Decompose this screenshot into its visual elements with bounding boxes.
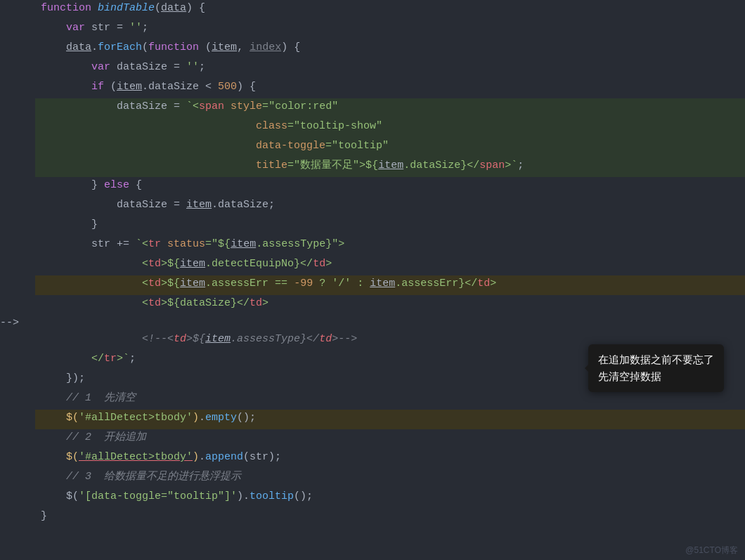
line-content-21: $('#allDetect>tbody').empty(); [35,410,745,429]
line-number-7 [0,118,35,138]
line-content-7: class="tooltip-show" [35,118,745,138]
code-line-10: } else { [0,177,745,197]
line-content-9: title="数据量不足">${item.dataSize}</span>`; [35,157,745,177]
line-content-3: data.forEach(function (item, index) { [35,39,745,59]
code-line-26: } [0,508,745,528]
code-line-6: dataSize = `<span style="color:red" [0,98,745,118]
line-number-17 [0,331,35,351]
line-content-2: var str = ''; [35,20,745,39]
code-line-12: } [0,216,745,236]
line-number-18 [0,351,35,370]
line-content-11: dataSize = item.dataSize; [35,197,745,216]
line-number-25 [0,488,35,508]
line-content-20: // 1 先清空 [35,390,745,410]
code-line-14: <td>${item.detectEquipNo}</td> [0,256,745,275]
line-number-3 [0,39,35,59]
code-line-24: // 3 给数据量不足的进行悬浮提示 [0,469,745,488]
watermark: @51CTO博客 [685,544,738,557]
code-line-21: $('#allDetect>tbody').empty(); [0,410,745,429]
line-content-24: // 3 给数据量不足的进行悬浮提示 [35,469,745,488]
code-line-2: var str = ''; [0,20,745,39]
line-content-23: $('#allDetect>tbody').append(str); [35,449,745,469]
line-content-10: } else { [35,177,745,197]
line-content-5: if (item.dataSize < 500) { [35,79,745,98]
code-line-11: dataSize = item.dataSize; [0,197,745,216]
line-content-16: <td>${dataSize}</td> [35,295,745,315]
line-number-1 [0,0,35,20]
line-number-22 [0,429,35,449]
line-number-24 [0,469,35,488]
line-number-19 [0,370,35,390]
code-line-7: class="tooltip-show" [0,118,745,138]
code-line-16: <td>${dataSize}</td> [0,295,745,315]
line-number-23 [0,449,35,469]
line-number-6 [0,98,35,118]
line-content-14: <td>${item.detectEquipNo}</td> [35,256,745,275]
code-line-3: data.forEach(function (item, index) { [0,39,745,59]
line-content-15: <td>${item.assessErr == -99 ? '/' : item… [35,275,745,295]
line-number-26 [0,508,35,528]
line-content-1: function bindTable(data) { [35,0,745,20]
line-content-4: var dataSize = ''; [35,59,745,79]
code-line-4: var dataSize = ''; [0,59,745,79]
code-line-9: title="数据量不足">${item.dataSize}</span>`; [0,157,745,177]
line-content-25: $('[data-toggle="tooltip"]').tooltip(); [35,488,745,508]
line-number-15 [0,275,35,295]
line-number-13 [0,236,35,256]
line-number-2 [0,20,35,39]
line-content-8: data-toggle="tooltip" [35,138,745,157]
line-number-8 [0,138,35,157]
line-number-10 [0,177,35,197]
code-line-15: <td>${item.assessErr == -99 ? '/' : item… [0,275,745,295]
line-number-9 [0,157,35,177]
code-container: function bindTable(data) { var str = '';… [0,0,745,560]
code-line-22: // 2 开始追加 [0,429,745,449]
code-line-13: str += `<tr status="${item.assessType}"> [0,236,745,256]
code-line-5: if (item.dataSize < 500) { [0,79,745,98]
tooltip-annotation: 在追加数据之前不要忘了先清空掉数据 [588,344,724,392]
line-content-22: // 2 开始追加 [35,429,745,449]
tooltip-text: 在追加数据之前不要忘了先清空掉数据 [598,353,714,382]
line-number-14 [0,256,35,275]
line-number-4 [0,59,35,79]
code-line-8: data-toggle="tooltip" [0,138,745,157]
line-number-5 [0,79,35,98]
code-line-20: // 1 先清空 [0,390,745,410]
line-content-13: str += `<tr status="${item.assessType}"> [35,236,745,256]
line-number-21 [0,410,35,429]
code-line-23: $('#allDetect>tbody').append(str); [0,449,745,469]
line-content-26: } [35,508,745,528]
code-line-25: $('[data-toggle="tooltip"]').tooltip(); [0,488,745,508]
line-number-20 [0,390,35,410]
line-number-11 [0,197,35,216]
line-content-6: dataSize = `<span style="color:red" [35,98,745,118]
line-number-12 [0,216,35,236]
code-line-1: function bindTable(data) { [0,0,745,20]
line-content-12: } [35,216,745,236]
line-number-16 [0,295,35,315]
